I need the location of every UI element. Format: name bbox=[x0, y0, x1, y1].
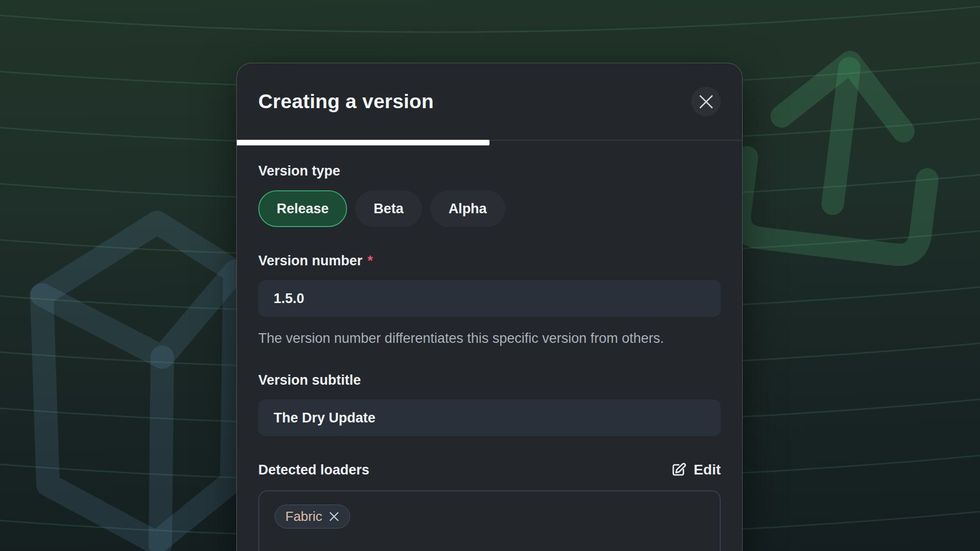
detected-loaders-label: Detected loaders bbox=[258, 462, 370, 478]
close-icon bbox=[699, 95, 713, 109]
version-number-input[interactable] bbox=[258, 280, 721, 317]
version-subtitle-input[interactable] bbox=[258, 399, 721, 436]
progress-track bbox=[237, 140, 742, 144]
version-subtitle-section: Version subtitle bbox=[258, 372, 721, 436]
edit-loaders-button[interactable]: Edit bbox=[670, 461, 721, 479]
modal-header: Creating a version bbox=[237, 63, 742, 140]
modal-title: Creating a version bbox=[258, 90, 434, 113]
version-type-label: Version type bbox=[258, 163, 721, 179]
version-type-alpha-button[interactable]: Alpha bbox=[430, 190, 505, 227]
version-number-label: Version number* bbox=[258, 253, 721, 269]
loader-chip-label: Fabric bbox=[285, 509, 322, 524]
edit-label: Edit bbox=[694, 462, 721, 478]
create-version-modal: Creating a version Version type Release … bbox=[236, 63, 743, 551]
version-type-options: Release Beta Alpha bbox=[258, 190, 721, 227]
detected-loaders-section: Detected loaders Edit Fabric bbox=[258, 460, 721, 551]
version-type-section: Version type Release Beta Alpha bbox=[258, 163, 721, 227]
version-type-release-button[interactable]: Release bbox=[258, 190, 347, 227]
modal-body: Version type Release Beta Alpha Version … bbox=[237, 144, 742, 551]
progress-fill bbox=[237, 140, 489, 145]
version-type-beta-button[interactable]: Beta bbox=[355, 190, 422, 227]
upload-arrow-icon bbox=[738, 51, 941, 258]
version-number-section: Version number* The version number diffe… bbox=[258, 253, 721, 349]
cube-icon bbox=[42, 222, 235, 545]
required-asterisk: * bbox=[368, 253, 373, 268]
version-subtitle-label: Version subtitle bbox=[258, 372, 721, 388]
detected-loaders-header: Detected loaders Edit bbox=[258, 460, 721, 480]
remove-loader-icon[interactable] bbox=[329, 511, 339, 522]
loader-chip-fabric[interactable]: Fabric bbox=[275, 505, 350, 529]
edit-pencil-icon bbox=[670, 461, 687, 479]
close-button[interactable] bbox=[691, 87, 721, 116]
version-number-help: The version number differentiates this s… bbox=[258, 327, 690, 349]
loaders-box: Fabric bbox=[258, 490, 721, 551]
